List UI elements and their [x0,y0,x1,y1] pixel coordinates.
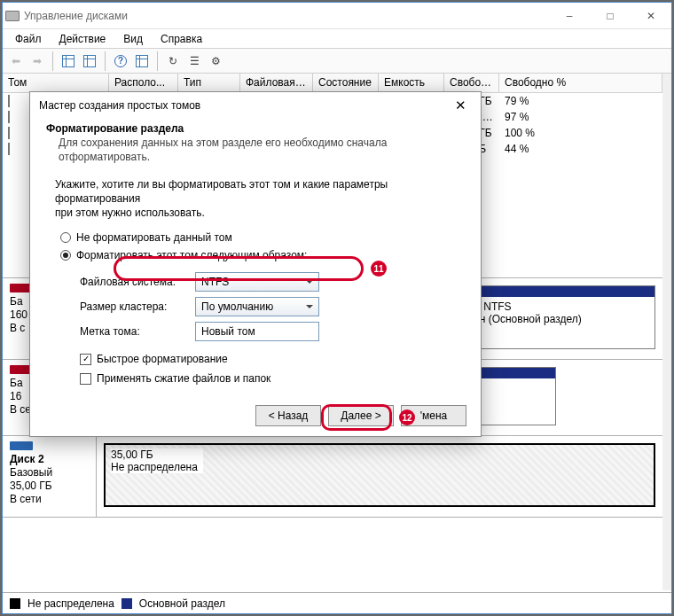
legend-primary: Основной раздел [139,597,225,610]
volume-label-value: Новый том [201,325,255,338]
grid-header: Том Располо... Тип Файловая с... Состоян… [3,74,662,93]
menu-view[interactable]: Вид [114,31,152,47]
wizard-heading: Форматирование раздела [46,122,465,135]
properties-button[interactable]: ☰ [184,51,204,71]
col-status[interactable]: Состояние [313,74,379,92]
checkbox-compress[interactable]: Применять сжатие файлов и папок [80,369,456,388]
wizard-instruction-a: Укажите, хотите ли вы форматировать этот… [55,177,456,206]
col-freepct[interactable]: Свободно % [499,74,662,92]
radio-format-label: Форматировать этот том следующим образом… [76,249,307,261]
disk1-volume[interactable]: Б NTFS ен (Основной раздел) [467,285,655,349]
disk-row-2[interactable]: Диск 2 Базовый 35,00 ГБ В сети 35,00 ГБ … [3,436,662,518]
back-button[interactable]: < Назад [255,405,321,426]
nav-forward-button[interactable]: ➡ [27,51,47,71]
radio-icon [60,232,71,243]
menu-action[interactable]: Действие [51,31,115,47]
quick-format-label: Быстрое форматирование [97,353,228,365]
disk2-vol-size: 35,00 ГБ [111,448,198,461]
legend-unallocated: Не распределена [27,597,114,610]
filesystem-label: Файловая система: [80,276,195,288]
new-volume-wizard: Мастер создания простых томов ✕ Форматир… [29,91,482,437]
minimize-button[interactable]: – [549,3,590,29]
titlebar: Управление дисками – □ ✕ [3,3,671,29]
radio-no-format[interactable]: Не форматировать данный том [55,229,456,246]
cluster-label: Размер кластера: [80,300,195,313]
compress-label: Применять сжатие файлов и папок [97,372,270,385]
legend-swatch-primary [121,598,132,609]
checkbox-icon [80,373,91,385]
col-free[interactable]: Свобод... [444,74,499,92]
vertical-scrollbar[interactable] [662,74,671,590]
row-freepct: 100 % [499,127,662,139]
cluster-select[interactable]: По умолчанию [195,297,319,316]
filesystem-select[interactable]: NTFS [195,272,319,292]
row-freepct: 79 % [499,95,662,107]
col-filesystem[interactable]: Файловая с... [240,74,313,92]
callout-11-badge: 11 [371,261,387,277]
view-list-button[interactable] [80,51,99,71]
help-button[interactable]: ? [111,51,130,71]
disk2-vol-status: Не распределена [111,461,198,473]
close-button[interactable]: ✕ [631,3,671,29]
disk-icon [10,441,33,450]
checkbox-quick-format[interactable]: ✓ Быстрое форматирование [80,349,456,369]
radio-format[interactable]: Форматировать этот том следующим образом… [55,246,456,264]
wizard-subheading-b: отформатировать. [46,149,465,163]
nav-back-button[interactable]: ⬅ [6,51,26,71]
row-freepct: 44 % [499,143,662,155]
legend-swatch-unallocated [10,598,20,609]
refresh-button[interactable]: ↻ [163,51,183,71]
col-volume[interactable]: Том [3,74,109,92]
disk2-label: Диск 2 Базовый 35,00 ГБ В сети [3,436,97,517]
menu-help[interactable]: Справка [152,31,211,47]
cluster-value: По умолчанию [201,300,273,313]
maximize-button[interactable]: □ [590,3,631,29]
disk2-size: 35,00 ГБ [10,480,89,492]
wizard-close-button[interactable]: ✕ [449,97,472,113]
disk2-online: В сети [10,493,89,505]
row-freepct: 97 % [499,111,662,123]
menubar: Файл Действие Вид Справка [3,29,671,49]
menu-file[interactable]: Файл [6,31,51,47]
app-icon [3,11,22,21]
radio-no-format-label: Не форматировать данный том [76,231,232,244]
wizard-instruction-b: при этом нужно использовать. [55,206,456,220]
col-capacity[interactable]: Емкость [379,74,444,92]
volume-label-label: Метка тома: [80,325,195,338]
col-type[interactable]: Тип [178,74,240,92]
wizard-title: Мастер создания простых томов [39,99,449,112]
col-layout[interactable]: Располо... [109,74,178,92]
checkbox-icon: ✓ [80,354,91,365]
radio-icon [60,250,71,261]
disk2-name: Диск 2 [10,453,89,465]
wizard-subheading-a: Для сохранения данных на этом разделе ег… [46,135,465,149]
legend-bar: Не распределена Основной раздел [3,592,671,613]
disk2-unallocated[interactable]: 35,00 ГБ Не распределена [104,443,655,507]
options-button[interactable]: ⚙ [206,51,225,71]
disk2-body: 35,00 ГБ Не распределена [97,436,662,517]
view-table-button[interactable] [59,51,78,71]
window-title: Управление дисками [22,10,549,22]
layout-button[interactable] [132,51,152,71]
disk1-vol-status: ен (Основной раздел) [474,313,649,325]
callout-12-badge: 12 [399,409,415,425]
disk2-type: Базовый [10,466,89,479]
toolbar: ⬅ ➡ ? ↻ ☰ ⚙ [3,49,671,74]
filesystem-value: NTFS [201,276,229,288]
next-button[interactable]: Далее > [328,405,394,426]
disk1-vol-fs: Б NTFS [474,300,649,313]
volume-label-input[interactable]: Новый том [195,322,319,341]
